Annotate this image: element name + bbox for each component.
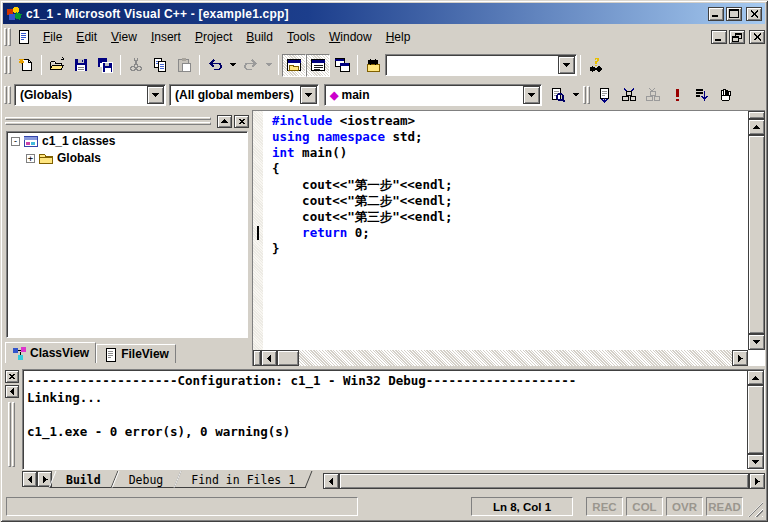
tab-find-in-files-1[interactable]: Find in Files 1: [177, 471, 309, 488]
output-vscroll-thumb[interactable]: [747, 385, 764, 454]
output-scroll-up-icon[interactable]: [747, 370, 764, 385]
scroll-right-icon[interactable]: [732, 350, 748, 366]
wizardbar-gripper[interactable]: [4, 86, 11, 104]
class-combo-value[interactable]: (Globals): [15, 88, 147, 102]
close-button[interactable]: [746, 7, 762, 21]
members-combo-value[interactable]: (All global members): [170, 88, 300, 102]
classview-tree[interactable]: -c1_1 classes+Globals: [6, 131, 248, 338]
output-vertical-scrollbar[interactable]: [747, 370, 764, 469]
pane-expand-button[interactable]: [217, 115, 232, 128]
pane-close-button[interactable]: [234, 115, 249, 128]
copy-button[interactable]: [148, 54, 172, 77]
output-scroll-left-icon[interactable]: [323, 473, 339, 489]
menu-tools[interactable]: Tools: [280, 27, 322, 47]
search-button[interactable]: [584, 54, 608, 77]
undo-dropdown-icon[interactable]: [227, 54, 239, 77]
members-combo-arrow-icon[interactable]: [300, 86, 317, 104]
scroll-up-icon[interactable]: [748, 119, 765, 135]
child-restore-button[interactable]: [729, 30, 745, 44]
editor-horizontal-scrollbar[interactable]: [253, 350, 748, 366]
maximize-button[interactable]: [726, 7, 742, 21]
find-combo[interactable]: [385, 54, 577, 76]
child-close-button[interactable]: [749, 30, 765, 44]
tab-debug[interactable]: Debug: [115, 471, 178, 488]
output-dock-button[interactable]: [5, 385, 19, 398]
function-combo-arrow-icon[interactable]: [523, 86, 540, 104]
title-bar[interactable]: c1_1 - Microsoft Visual C++ - [example1.…: [3, 3, 765, 24]
code-line[interactable]: }: [272, 241, 748, 257]
go-button[interactable]: [689, 84, 713, 107]
tree-expander[interactable]: +: [26, 154, 35, 163]
code-area[interactable]: #include <iostream>using namespace std;i…: [253, 113, 748, 350]
output-scroll-down-icon[interactable]: [747, 454, 764, 469]
compile-button[interactable]: [593, 84, 617, 107]
output-close-button[interactable]: [5, 370, 19, 383]
minimize-button[interactable]: [708, 7, 724, 21]
editor-hsplit-box[interactable]: [253, 350, 261, 366]
function-combo[interactable]: ◆main: [324, 84, 542, 106]
save-all-button[interactable]: [93, 54, 117, 77]
tree-label[interactable]: Globals: [57, 151, 101, 165]
wizard-actions-button[interactable]: [546, 84, 570, 107]
tab-classview[interactable]: ClassView: [5, 342, 96, 363]
menu-window[interactable]: Window: [322, 27, 379, 47]
function-combo-value[interactable]: ◆main: [325, 88, 523, 102]
window-list-button[interactable]: [330, 54, 354, 77]
output-scroll-right-icon[interactable]: [749, 473, 765, 489]
menu-help[interactable]: Help: [379, 27, 418, 47]
output-gripper[interactable]: [8, 402, 15, 467]
code-line[interactable]: {: [272, 161, 748, 177]
new-file-button[interactable]: [14, 54, 38, 77]
members-combo[interactable]: (All global members): [169, 84, 319, 106]
save-button[interactable]: [69, 54, 93, 77]
tree-expander[interactable]: -: [11, 137, 20, 146]
editor-hscroll-thumb[interactable]: [277, 350, 299, 366]
editor-split-box[interactable]: [748, 111, 765, 119]
editor-vscroll-thumb[interactable]: [748, 135, 765, 334]
child-minimize-button[interactable]: [711, 30, 727, 44]
code-line[interactable]: cout<<"第一步"<<endl;: [272, 177, 748, 193]
tab-fileview[interactable]: FileView: [96, 344, 176, 363]
find-combo-arrow-icon[interactable]: [558, 56, 575, 74]
wizard-actions-dropdown-icon[interactable]: [570, 84, 582, 107]
menu-insert[interactable]: Insert: [144, 27, 188, 47]
class-combo-arrow-icon[interactable]: [147, 86, 164, 104]
tab-build[interactable]: Build: [52, 471, 115, 488]
menu-file[interactable]: File: [36, 27, 69, 47]
scroll-down-icon[interactable]: [748, 334, 765, 350]
tree-item-c1-1-classes[interactable]: -c1_1 classes: [7, 132, 247, 149]
open-button[interactable]: [45, 54, 69, 77]
build-button[interactable]: [617, 84, 641, 107]
code-line[interactable]: cout<<"第二步"<<endl;: [272, 193, 748, 209]
menu-project[interactable]: Project: [188, 27, 239, 47]
code-line[interactable]: #include <iostream>: [272, 113, 748, 129]
code-line[interactable]: int main(): [272, 145, 748, 161]
output-hscroll-thumb[interactable]: [339, 473, 749, 489]
code-line[interactable]: using namespace std;: [272, 129, 748, 145]
code-line[interactable]: cout<<"第三步"<<endl;: [272, 209, 748, 225]
toolbar-gripper[interactable]: [4, 56, 11, 74]
execute-program-button[interactable]: [665, 84, 689, 107]
menu-view[interactable]: View: [104, 27, 144, 47]
find-in-files-button[interactable]: [361, 54, 385, 77]
buildbar-gripper[interactable]: [583, 86, 590, 104]
tree-label[interactable]: c1_1 classes: [42, 134, 115, 148]
build-output-text[interactable]: --------------------Configuration: c1_1 …: [22, 369, 765, 470]
workspace-pane-header[interactable]: [5, 113, 249, 129]
tree-item-globals[interactable]: +Globals: [7, 149, 247, 166]
code-line[interactable]: return 0;: [272, 225, 748, 241]
document-system-icon[interactable]: [16, 29, 32, 45]
resize-grip[interactable]: [748, 502, 763, 517]
toggle-output-button[interactable]: [306, 54, 330, 77]
class-combo[interactable]: (Globals): [14, 84, 166, 106]
editor-vertical-scrollbar[interactable]: [748, 111, 765, 350]
menu-build[interactable]: Build: [239, 27, 280, 47]
menubar-gripper[interactable]: [4, 28, 11, 46]
code-editor[interactable]: #include <iostream>using namespace std;i…: [252, 110, 765, 366]
scroll-left-icon[interactable]: [261, 350, 277, 366]
toggle-workspace-button[interactable]: [282, 54, 306, 77]
app-icon[interactable]: [6, 6, 22, 22]
output-horizontal-scrollbar[interactable]: [323, 473, 765, 489]
menu-edit[interactable]: Edit: [69, 27, 104, 47]
tab-scroll-left-icon[interactable]: [22, 471, 37, 487]
